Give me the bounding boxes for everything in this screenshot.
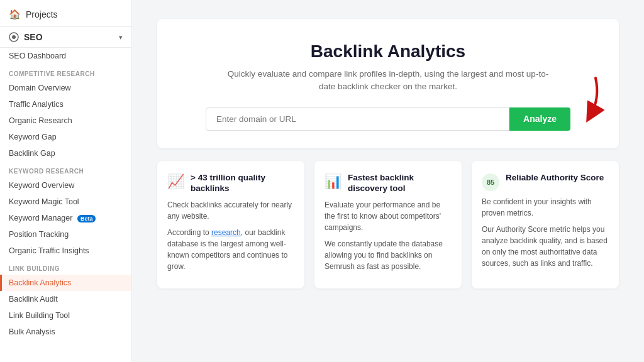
features-row: 📈 > 43 trillion quality backlinks Check … — [157, 161, 619, 288]
projects-label: Projects — [26, 9, 58, 19]
link-building-section-label: LINK BUILDING — [0, 259, 131, 275]
sidebar-item-position-tracking[interactable]: Position Tracking — [0, 226, 131, 243]
search-wrapper: Analyze — [206, 107, 570, 131]
sidebar-item-keyword-gap[interactable]: Keyword Gap — [0, 129, 131, 145]
sidebar-item-backlink-gap[interactable]: Backlink Gap — [0, 145, 131, 162]
feature-title-3: Reliable Authority Score — [506, 172, 604, 184]
feature-card-authority: 85 Reliable Authority Score Be confident… — [472, 161, 619, 288]
seo-label: SEO — [24, 32, 43, 42]
seo-icon — [9, 32, 19, 42]
feature-card-backlinks: 📈 > 43 trillion quality backlinks Check … — [157, 161, 304, 288]
sidebar: 🏠 Projects SEO ▾ SEO Dashboard COMPETITI… — [0, 0, 132, 362]
analyze-button[interactable]: Analyze — [509, 107, 570, 131]
projects-header[interactable]: 🏠 Projects — [0, 0, 131, 27]
seo-section[interactable]: SEO ▾ — [0, 27, 131, 48]
beta-badge: Beta — [77, 215, 96, 222]
hero-section: Backlink Analytics Quickly evaluate and … — [157, 19, 619, 148]
sidebar-item-organic-research[interactable]: Organic Research — [0, 112, 131, 129]
feature-icon-row-1: 📈 > 43 trillion quality backlinks — [167, 172, 294, 194]
feature-body-2b: We constantly update the database allowi… — [325, 238, 452, 272]
sidebar-item-backlink-audit[interactable]: Backlink Audit — [0, 291, 131, 307]
sidebar-item-keyword-magic-tool[interactable]: Keyword Magic Tool — [0, 194, 131, 210]
sidebar-item-link-building-tool[interactable]: Link Building Tool — [0, 307, 131, 324]
feature-title-2: Fastest backlink discovery tool — [348, 172, 452, 194]
feature-body-3b: Our Authority Score metric helps you ana… — [482, 224, 609, 269]
domain-input[interactable] — [206, 107, 509, 131]
sidebar-item-domain-overview[interactable]: Domain Overview — [0, 80, 131, 96]
main-content: Backlink Analytics Quickly evaluate and … — [132, 0, 644, 362]
discovery-icon: 📊 — [325, 173, 341, 190]
feature-body-1b: According to research, our backlink data… — [167, 227, 294, 272]
feature-card-discovery: 📊 Fastest backlink discovery tool Evalua… — [314, 161, 462, 288]
feature-body-2a: Evaluate your performance and be the fir… — [325, 199, 452, 233]
sidebar-item-bulk-analysis[interactable]: Bulk Analysis — [0, 324, 131, 340]
research-link[interactable]: research — [211, 228, 241, 237]
sidebar-item-seo-dashboard[interactable]: SEO Dashboard — [0, 48, 131, 64]
feature-icon-row-3: 85 Reliable Authority Score — [482, 172, 609, 191]
seo-left: SEO — [9, 32, 43, 42]
main-content-area: Backlink Analytics Quickly evaluate and … — [132, 0, 644, 362]
feature-icon-row-2: 📊 Fastest backlink discovery tool — [325, 172, 452, 194]
sidebar-item-keyword-overview[interactable]: Keyword Overview — [0, 177, 131, 194]
sidebar-item-keyword-manager[interactable]: Keyword Manager Beta — [0, 210, 131, 226]
feature-title-1: > 43 trillion quality backlinks — [191, 172, 294, 194]
authority-score-badge: 85 — [482, 173, 499, 191]
sidebar-item-backlink-analytics[interactable]: Backlink Analytics — [0, 275, 131, 291]
backlinks-icon: 📈 — [167, 173, 184, 190]
keyword-research-section-label: KEYWORD RESEARCH — [0, 162, 131, 177]
sidebar-item-traffic-analytics[interactable]: Traffic Analytics — [0, 96, 131, 112]
page-title: Backlink Analytics — [182, 41, 594, 62]
home-icon: 🏠 — [9, 9, 21, 20]
sidebar-item-organic-traffic-insights[interactable]: Organic Traffic Insights — [0, 243, 131, 259]
feature-body-1a: Check backlinks accurately for nearly an… — [167, 199, 294, 222]
chevron-down-icon: ▾ — [119, 33, 123, 41]
competitive-research-section-label: COMPETITIVE RESEARCH — [0, 64, 131, 80]
search-bar: Analyze — [206, 107, 570, 131]
hero-description: Quickly evaluate and compare link profil… — [225, 68, 552, 94]
feature-body-3a: Be confident in your insights with prove… — [482, 196, 609, 219]
